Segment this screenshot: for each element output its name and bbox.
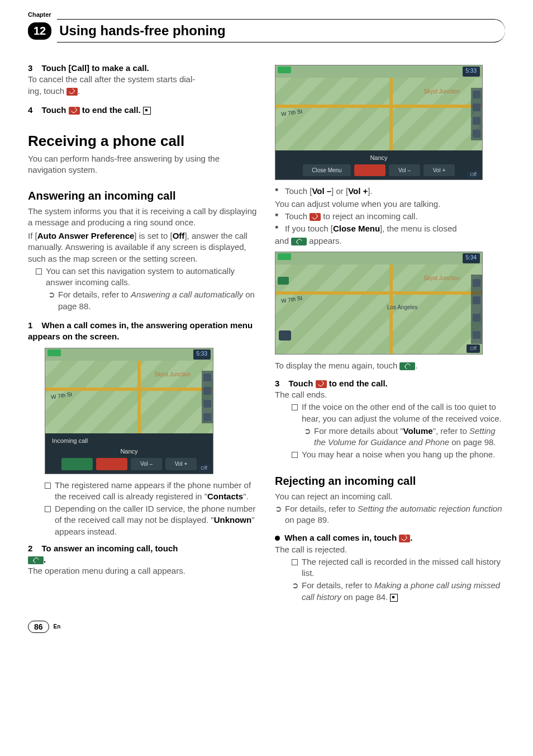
- vol-plus-button[interactable]: Vol +: [165, 458, 197, 470]
- list-item: You can set this navigation system to au…: [46, 266, 258, 289]
- body-text: The call is rejected.: [275, 544, 505, 555]
- ui-term: Auto Answer Preference: [37, 231, 135, 240]
- body-text: To cancel the call after the system star…: [28, 74, 195, 84]
- vol-minus-button[interactable]: Vol –: [131, 458, 162, 470]
- incoming-call-label: Incoming call: [49, 437, 210, 445]
- hangup-icon: [310, 213, 321, 221]
- ui-term: Close Menu: [333, 224, 380, 233]
- body-text: ing, touch: [28, 86, 66, 96]
- street-label: W 7th St: [280, 107, 303, 118]
- step-number: 2: [28, 544, 32, 553]
- reference-bullet-icon: [275, 503, 285, 526]
- signal-icon: [278, 67, 291, 73]
- reference-bullet-icon: [304, 426, 314, 448]
- caller-name-label: Nancy: [49, 447, 210, 456]
- area-label: Skyst Junction: [424, 275, 460, 282]
- note-bullet-icon: [45, 506, 51, 512]
- body-text: If you touch [: [285, 224, 333, 233]
- off-label: Off: [467, 171, 480, 178]
- step-text: .: [44, 555, 46, 564]
- body-text: ] or [: [331, 186, 348, 196]
- off-label: Off: [197, 464, 211, 472]
- caller-name-label: Nancy: [279, 154, 479, 162]
- body-text: Touch [: [285, 186, 312, 196]
- vol-minus-button[interactable]: Vol –: [389, 164, 420, 177]
- street-label: W 7th St: [50, 391, 73, 401]
- language-label: En: [54, 623, 61, 630]
- body-text: ].: [368, 186, 372, 196]
- screenshot-incoming-call: 5:33 W 7th St Skyst Junction Incoming ca…: [45, 348, 213, 474]
- body-text: You can perform hands-free answering by …: [28, 153, 258, 176]
- chapter-number-badge: 12: [28, 22, 51, 40]
- off-label: Off: [467, 344, 480, 352]
- body-text: If [: [28, 231, 37, 240]
- page-title: Using hands-free phoning: [59, 23, 505, 39]
- area-label: Skyst Junction: [424, 88, 460, 96]
- page-header: 12 Using hands-free phoning: [28, 19, 505, 42]
- body-text: ] is set to [: [134, 231, 172, 240]
- clock-label: 5:33: [463, 67, 480, 77]
- note-bullet-icon: [45, 483, 51, 489]
- call-menu-icon: [291, 238, 307, 245]
- body-text: For details, refer to: [302, 580, 374, 590]
- signal-icon: [278, 253, 291, 260]
- answer-button[interactable]: [61, 458, 93, 470]
- map-side-toolbar: [202, 371, 213, 423]
- step-number: 4: [28, 105, 32, 115]
- ui-term: Volume: [403, 426, 433, 436]
- hangup-icon: [316, 380, 327, 388]
- body-text: ], the menu is closed: [380, 224, 457, 233]
- clock-label: 5:34: [463, 253, 480, 263]
- reject-button[interactable]: [96, 458, 127, 470]
- body-text: The operation menu during a call appears…: [28, 565, 258, 577]
- reference-bullet-icon: [292, 580, 302, 603]
- body-text: You can reject an incoming call.: [275, 491, 505, 502]
- page-footer: 86 En: [28, 621, 505, 633]
- body-text: and: [275, 236, 291, 245]
- body-text: appears.: [307, 236, 342, 245]
- body-text: ".: [243, 492, 249, 501]
- body-text: For details, refer to: [58, 290, 131, 299]
- step-text: Touch: [42, 105, 69, 115]
- note-bullet-icon: [292, 452, 298, 458]
- note-bullet-icon: [292, 404, 298, 410]
- step-number: 3: [28, 63, 32, 73]
- chapter-label: Chapter: [28, 11, 505, 18]
- body-text: The call ends.: [275, 389, 505, 400]
- body-text: The system informs you that it is receiv…: [28, 206, 258, 229]
- reference-link: Setting the automatic rejection function: [358, 504, 502, 513]
- hangup-icon: [66, 88, 78, 96]
- call-menu-icon[interactable]: [278, 277, 289, 285]
- close-menu-button[interactable]: Close Menu: [303, 164, 351, 177]
- reference-bullet-icon: [48, 289, 58, 312]
- street-label: W 7th St: [280, 294, 303, 305]
- screenshot-in-call-menu: 5:33 W 7th St Skyst Junction Nancy Close…: [275, 65, 483, 180]
- vol-plus-button[interactable]: Vol +: [423, 164, 455, 177]
- step-text: to end the call.: [327, 379, 388, 388]
- body-text: .: [415, 361, 417, 370]
- bullet-icon: ▪: [275, 211, 285, 222]
- ui-term: Unknown: [214, 515, 252, 525]
- step-number: 3: [275, 379, 279, 388]
- signal-icon: [47, 349, 61, 356]
- hangup-icon: [69, 107, 80, 115]
- list-item: You may hear a noise when you hang up th…: [302, 449, 495, 461]
- body-text: on page 98.: [449, 437, 496, 447]
- step-text: Touch [Call] to make a call.: [42, 63, 149, 73]
- body-text: to reject an incoming call.: [321, 211, 417, 221]
- body-text: For more details about ": [314, 426, 403, 436]
- body-text: To display the menu again, touch: [275, 361, 399, 370]
- hangup-button[interactable]: [354, 164, 386, 177]
- section-heading: Receiving a phone call: [28, 131, 258, 151]
- section-end-icon: [390, 594, 398, 602]
- area-label: Skyst Junction: [155, 371, 191, 379]
- subsection-heading: Answering an incoming call: [28, 188, 258, 204]
- ui-term: Vol +: [348, 186, 368, 196]
- list-item: If the voice on the other end of the cal…: [302, 401, 505, 424]
- hangup-icon: [399, 535, 410, 542]
- note-bullet-icon: [36, 268, 42, 275]
- body-text: For details, refer to: [285, 504, 358, 513]
- map-side-toolbar: [471, 275, 482, 344]
- city-label: Los Angeles: [387, 304, 418, 311]
- map-tool-icon[interactable]: [279, 330, 291, 341]
